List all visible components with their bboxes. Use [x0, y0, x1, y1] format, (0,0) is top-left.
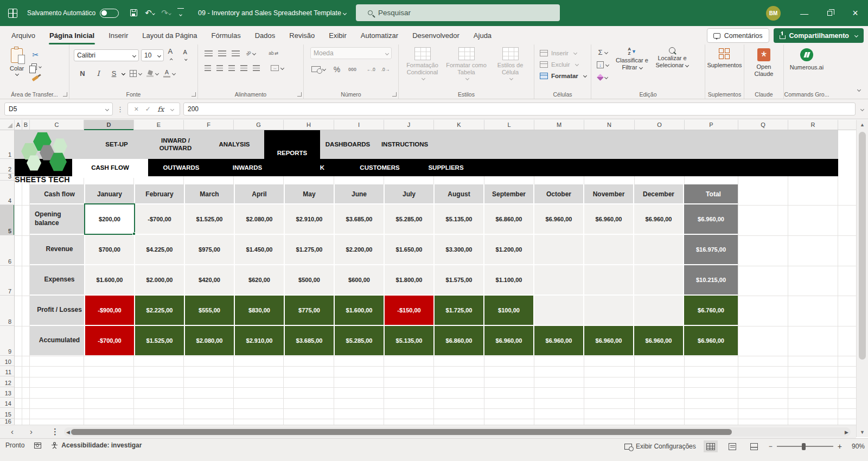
cell-opening-balance-february[interactable]: -$700,00 — [135, 204, 184, 234]
dialog-launcher-icon[interactable] — [392, 92, 397, 97]
cell-profit-losses-june[interactable]: $1.600,00 — [335, 296, 384, 325]
cell-expenses-total[interactable]: $10.215,00 — [684, 265, 738, 294]
save-button[interactable] — [126, 9, 141, 18]
row-header-14[interactable]: 14 — [0, 398, 14, 408]
dialog-launcher-icon[interactable] — [192, 92, 196, 97]
row-header-10[interactable]: 10 — [0, 356, 14, 366]
cell-accumulated-october[interactable]: $6.960,00 — [534, 326, 583, 355]
increase-indent-icon[interactable] — [253, 65, 260, 71]
row-header-16[interactable]: 16 — [0, 419, 14, 425]
column-header-e[interactable]: E — [134, 120, 184, 130]
cell-expenses-march[interactable]: $420,00 — [185, 265, 234, 294]
name-box[interactable]: D5 — [4, 103, 113, 116]
ribbon-tab-exibir[interactable]: Exibir — [322, 26, 354, 44]
row-header-7[interactable]: 7 — [0, 266, 14, 296]
cell-profit-losses-september[interactable]: $100,00 — [484, 296, 533, 325]
row-header-15[interactable]: 15 — [0, 408, 14, 419]
share-button[interactable]: Compartilhamento — [774, 28, 864, 43]
minimize-button[interactable]: — — [792, 0, 817, 26]
cell-accumulated-january[interactable]: -$700,00 — [85, 326, 134, 355]
fill-handle[interactable] — [132, 232, 136, 235]
sort-filter-button[interactable]: AZ▼ Classificar e Filtrar — [612, 47, 652, 90]
column-header-h[interactable]: H — [284, 120, 334, 130]
ribbon-tab-automatizar[interactable]: Automatizar — [354, 26, 405, 44]
cell-revenue-february[interactable]: $4.225,00 — [135, 235, 184, 264]
column-header-r[interactable]: R — [788, 120, 838, 130]
font-color-button[interactable]: A — [163, 68, 175, 79]
subtab-outwards[interactable]: OUTWARDS — [148, 159, 214, 176]
scroll-up-icon[interactable]: ▲ — [857, 122, 868, 127]
ribbon-tab-dados[interactable]: Dados — [248, 26, 283, 44]
cell-opening-balance-march[interactable]: $1.525,00 — [185, 204, 234, 234]
ribbon-tab-arquivo[interactable]: Arquivo — [4, 26, 42, 44]
ribbon-tab-revis-o[interactable]: Revisão — [282, 26, 322, 44]
cashflow-row-label-expenses[interactable]: Expenses — [30, 265, 84, 294]
cell-accumulated-august[interactable]: $6.860,00 — [435, 326, 483, 355]
column-header-b[interactable]: B — [22, 120, 30, 130]
clear-button[interactable] — [597, 72, 609, 82]
column-header-o[interactable]: O — [635, 120, 685, 130]
chevron-down-icon[interactable] — [152, 12, 155, 15]
search-box[interactable] — [356, 4, 560, 21]
borders-button[interactable] — [130, 68, 142, 79]
cell-expenses-october[interactable] — [534, 265, 583, 294]
align-right-icon[interactable] — [228, 65, 235, 71]
cell-revenue-january[interactable]: $700,00 — [85, 235, 134, 264]
fill-color-button[interactable] — [146, 68, 158, 79]
close-button[interactable]: × — [843, 0, 868, 26]
quick-access-customize-button[interactable] — [177, 8, 184, 18]
cell-revenue-november[interactable] — [584, 235, 633, 264]
sheet-list-button[interactable]: ⋮ — [51, 427, 59, 437]
excel-app-icon[interactable] — [8, 9, 17, 18]
cell-opening-balance-august[interactable]: $5.135,00 — [435, 204, 483, 234]
copy-button[interactable] — [29, 61, 41, 72]
vertical-scroll-thumb[interactable] — [859, 132, 866, 360]
cell-revenue-march[interactable]: $975,00 — [185, 235, 234, 264]
column-header-p[interactable]: P — [685, 120, 738, 130]
vertical-scrollbar[interactable]: ▲ ▼ — [856, 120, 868, 437]
addins-button[interactable]: Suplementos — [707, 47, 742, 69]
cell-opening-balance-total[interactable]: $6.960,00 — [684, 204, 738, 234]
ribbon-tab-f-rmulas[interactable]: Fórmulas — [205, 26, 248, 44]
cell-profit-losses-november[interactable] — [584, 296, 633, 325]
subtab-cash-flow[interactable]: CASH FLOW — [72, 157, 148, 178]
column-header-j[interactable]: J — [384, 120, 434, 130]
row-header-6[interactable]: 6 — [0, 235, 14, 266]
autosave-control[interactable]: Salvamento Automático — [27, 9, 119, 18]
cell-revenue-may[interactable]: $1.275,00 — [285, 235, 334, 264]
scroll-right-icon[interactable]: ▶ — [845, 430, 848, 435]
cell-expenses-september[interactable]: $1.100,00 — [484, 265, 533, 294]
nav-tab-reports[interactable]: REPORTS — [264, 130, 320, 176]
row-header-3[interactable]: 3 — [0, 174, 14, 181]
zoom-percentage[interactable]: 90% — [846, 443, 865, 450]
cell-revenue-october[interactable] — [534, 235, 583, 264]
ribbon-tab-layout-da-p-gina[interactable]: Layout da Página — [135, 26, 204, 44]
ribbon-tab-inserir[interactable]: Inserir — [101, 26, 135, 44]
cashflow-row-label-accumulated[interactable]: Accumulated — [30, 326, 84, 355]
column-header-a[interactable]: A — [15, 120, 22, 130]
cell-profit-losses-january[interactable]: -$900,00 — [85, 296, 134, 325]
cashflow-row-label-opening-balance[interactable]: Opening balance — [30, 204, 84, 234]
align-bottom-icon[interactable] — [232, 50, 240, 56]
open-claude-button[interactable]: * Open Claude — [746, 47, 781, 77]
cell-revenue-june[interactable]: $2.200,00 — [335, 235, 384, 264]
cell-accumulated-april[interactable]: $2.910,00 — [235, 326, 284, 355]
user-avatar[interactable]: BM — [766, 6, 781, 21]
view-settings-button[interactable]: Exibir Configurações — [624, 443, 696, 450]
cell-profit-losses-april[interactable]: $830,00 — [235, 296, 284, 325]
zoom-slider[interactable] — [777, 443, 833, 450]
percent-style-button[interactable]: % — [331, 64, 342, 74]
align-left-icon[interactable] — [205, 65, 211, 71]
cell-accumulated-may[interactable]: $3.685,00 — [285, 326, 334, 355]
chevron-down-icon[interactable] — [170, 107, 174, 111]
subtab-suppliers[interactable]: SUPPLIERS — [413, 159, 479, 176]
cell-profit-losses-total[interactable]: $6.760,00 — [684, 296, 738, 325]
row-header-2[interactable]: 2 — [0, 159, 14, 174]
cell-accumulated-december[interactable]: $6.960,00 — [634, 326, 683, 355]
align-top-icon[interactable] — [205, 50, 213, 56]
horizontal-scroll-thumb[interactable] — [71, 429, 732, 435]
cell-profit-losses-october[interactable] — [534, 296, 583, 325]
merge-center-button[interactable]: ↔ — [271, 63, 284, 73]
cashflow-row-label-profit-losses[interactable]: Profit / Losses — [30, 296, 84, 325]
find-select-button[interactable]: Localizar e Selecionar — [652, 47, 692, 90]
